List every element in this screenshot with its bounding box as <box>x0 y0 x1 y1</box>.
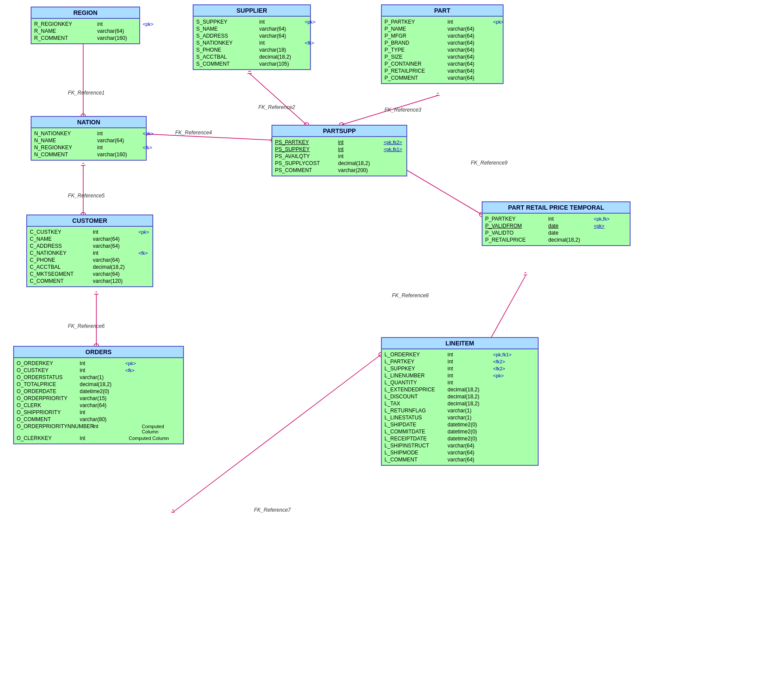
entity-partsupp: PARTSUPP PS_PARTKEY int <pk,fk2> PS_SUPP… <box>271 125 407 176</box>
field-s-acctbal: S_ACCTBAL decimal(18,2) <box>196 53 307 60</box>
field-c-phone: C_PHONE varchar(64) <box>30 257 150 264</box>
field-n-nationkey: N_NATIONKEY int <pk> <box>34 130 143 137</box>
field-s-nationkey: S_NATIONKEY int <fk> <box>196 39 307 46</box>
field-p-name: P_NAME varchar(64) <box>384 25 500 32</box>
fk-label-2: FK_Reference2 <box>258 104 295 110</box>
field-l-shipinstruct: L_SHIPINSTRUCT varchar(64) <box>384 442 535 449</box>
field-c-name: C_NAME varchar(64) <box>30 236 150 243</box>
field-p-comment: P_COMMENT varchar(64) <box>384 74 500 81</box>
field-s-phone: S_PHONE varchar(18) <box>196 46 307 53</box>
entity-customer-title: CUSTOMER <box>27 215 152 227</box>
field-c-comment: C_COMMENT varchar(120) <box>30 278 150 285</box>
field-pr-partkey: P_PARTKEY int <pk,fk> <box>485 215 627 222</box>
fk-label-8: FK_Reference8 <box>392 292 429 299</box>
field-o-orderprioritynnumber: O_ORDERPRIORITYNNUMBER int Computed Colu… <box>17 423 180 435</box>
entity-orders: ORDERS O_ORDERKEY int <pk> O_CUSTKEY int… <box>13 346 184 444</box>
field-l-receiptdate: L_RECEIPTDATE datetime2(0) <box>384 435 535 442</box>
field-r-regionkey: R_REGIONKEY int <pk> <box>34 21 137 28</box>
fk-label-3: FK_Reference3 <box>384 107 421 113</box>
field-c-nationkey: C_NATIONKEY int <fk> <box>30 250 150 257</box>
field-l-commitdate: L_COMMITDATE datetime2(0) <box>384 428 535 435</box>
field-l-discount: L_DISCOUNT decimal(18,2) <box>384 393 535 400</box>
entity-supplier-title: SUPPLIER <box>194 5 310 17</box>
entity-orders-body: O_ORDERKEY int <pk> O_CUSTKEY int <fk> O… <box>14 358 183 443</box>
entity-nation: NATION N_NATIONKEY int <pk> N_NAME varch… <box>31 116 147 161</box>
field-ps-availqty: PS_AVAILQTY int <box>275 153 404 160</box>
field-s-suppkey: S_SUPPKEY int <pk> <box>196 18 307 25</box>
entity-part-body: P_PARTKEY int <pk> P_NAME varchar(64) P_… <box>382 17 503 83</box>
field-pr-retailprice: P_RETAILPRICE decimal(18,2) <box>485 236 627 243</box>
field-p-type: P_TYPE varchar(64) <box>384 46 500 53</box>
entity-orders-title: ORDERS <box>14 347 183 358</box>
fk-label-7: FK_Reference7 <box>254 507 291 513</box>
field-r-comment: R_COMMENT varchar(160) <box>34 35 137 42</box>
field-o-orderdate: O_ORDERDATE datetime2(0) <box>17 388 180 395</box>
field-l-quantity: L_QUANTITY int <box>384 379 535 386</box>
field-c-custkey: C_CUSTKEY int <pk> <box>30 229 150 236</box>
entity-customer: CUSTOMER C_CUSTKEY int <pk> C_NAME varch… <box>26 215 153 287</box>
entity-lineitem-body: L_ORDERKEY int <pk,fk1> L_PARTKEY int <f… <box>382 349 538 465</box>
field-l-linestatus: L_LINESTATUS varchar(1) <box>384 414 535 421</box>
field-l-linenumber: L_LINENUMBER int <pk> <box>384 372 535 379</box>
entity-supplier: SUPPLIER S_SUPPKEY int <pk> S_NAME varch… <box>193 4 311 70</box>
entity-customer-body: C_CUSTKEY int <pk> C_NAME varchar(64) C_… <box>27 227 152 286</box>
entity-partretail-body: P_PARTKEY int <pk,fk> P_VALIDFROM date <… <box>483 214 630 245</box>
field-l-returnflag: L_RETURNFLAG varchar(1) <box>384 407 535 414</box>
entity-lineitem: LINEITEM L_ORDERKEY int <pk,fk1> L_PARTK… <box>381 337 539 466</box>
entity-region-title: REGION <box>32 7 139 19</box>
field-l-suppkey: L_SUPPKEY int <fk2> <box>384 365 535 372</box>
fk-label-1: FK_Reference1 <box>68 90 105 96</box>
entity-supplier-body: S_SUPPKEY int <pk> S_NAME varchar(64) S_… <box>194 17 310 69</box>
svg-line-8 <box>250 74 307 125</box>
field-p-container: P_CONTAINER varchar(64) <box>384 60 500 67</box>
field-pr-validto: P_VALIDTO date <box>485 229 627 236</box>
field-l-shipmode: L_SHIPMODE varchar(64) <box>384 449 535 456</box>
field-r-name: R_NAME varchar(64) <box>34 28 137 35</box>
field-n-comment: N_COMMENT varchar(160) <box>34 151 143 158</box>
entity-lineitem-title: LINEITEM <box>382 338 538 349</box>
entity-partretail: PART RETAIL PRICE TEMPORAL P_PARTKEY int… <box>482 201 631 246</box>
entity-nation-body: N_NATIONKEY int <pk> N_NAME varchar(64) … <box>32 128 146 160</box>
field-l-extendedprice: L_EXTENDEDPRICE decimal(18,2) <box>384 386 535 393</box>
field-l-comment: L_COMMENT varchar(64) <box>384 456 535 463</box>
field-o-clerk: O_CLERK varchar(64) <box>17 402 180 409</box>
field-l-orderkey: L_ORDERKEY int <pk,fk1> <box>384 351 535 358</box>
field-n-name: N_NAME varchar(64) <box>34 137 143 144</box>
fk-label-6: FK_Reference6 <box>68 323 105 329</box>
field-o-clerkkey: O_CLERKKEY int Computed Column <box>17 435 180 442</box>
field-pr-validfrom: P_VALIDFROM date <pk> <box>485 222 627 229</box>
field-l-tax: L_TAX decimal(18,2) <box>384 400 535 407</box>
field-ps-supplycost: PS_SUPPLYCOST decimal(18,2) <box>275 160 404 167</box>
svg-line-28 <box>173 355 381 512</box>
field-o-orderstatus: O_ORDERSTATUS varchar(1) <box>17 374 180 381</box>
field-c-address: C_ADDRESS varchar(64) <box>30 243 150 250</box>
field-p-brand: P_BRAND varchar(64) <box>384 39 500 46</box>
entity-partsupp-title: PARTSUPP <box>272 126 406 137</box>
field-ps-suppkey: PS_SUPPKEY int <pk,fk1> <box>275 146 404 153</box>
field-o-totalprice: O_TOTALPRICE decimal(18,2) <box>17 381 180 388</box>
fk-label-9: FK_Reference9 <box>471 160 508 166</box>
fk-label-4: FK_Reference4 <box>175 130 212 136</box>
entity-part-title: PART <box>382 5 503 17</box>
field-ps-partkey: PS_PARTKEY int <pk,fk2> <box>275 139 404 146</box>
field-l-partkey: L_PARTKEY int <fk2> <box>384 358 535 365</box>
field-o-custkey: O_CUSTKEY int <fk> <box>17 367 180 374</box>
field-p-size: P_SIZE varchar(64) <box>384 53 500 60</box>
field-p-mfgr: P_MFGR varchar(64) <box>384 32 500 39</box>
entity-part: PART P_PARTKEY int <pk> P_NAME varchar(6… <box>381 4 504 84</box>
field-ps-comment: PS_COMMENT varchar(200) <box>275 167 404 174</box>
entity-nation-title: NATION <box>32 117 146 128</box>
entity-partretail-title: PART RETAIL PRICE TEMPORAL <box>483 202 630 214</box>
field-l-shipdate: L_SHIPDATE datetime2(0) <box>384 421 535 428</box>
field-s-comment: S_COMMENT varchar(105) <box>196 60 307 67</box>
field-n-regionkey: N_REGIONKEY int <fk> <box>34 144 143 151</box>
fk-label-5: FK_Reference5 <box>68 193 105 199</box>
field-c-mktsegment: C_MKTSEGMENT varchar(64) <box>30 271 150 278</box>
field-c-acctbal: C_ACCTBAL decimal(18,2) <box>30 264 150 271</box>
field-p-partkey: P_PARTKEY int <pk> <box>384 18 500 25</box>
field-o-orderkey: O_ORDERKEY int <pk> <box>17 360 180 367</box>
entity-region-body: R_REGIONKEY int <pk> R_NAME varchar(64) … <box>32 19 139 43</box>
field-s-name: S_NAME varchar(64) <box>196 25 307 32</box>
field-s-address: S_ADDRESS varchar(64) <box>196 32 307 39</box>
entity-region: REGION R_REGIONKEY int <pk> R_NAME varch… <box>31 7 140 44</box>
